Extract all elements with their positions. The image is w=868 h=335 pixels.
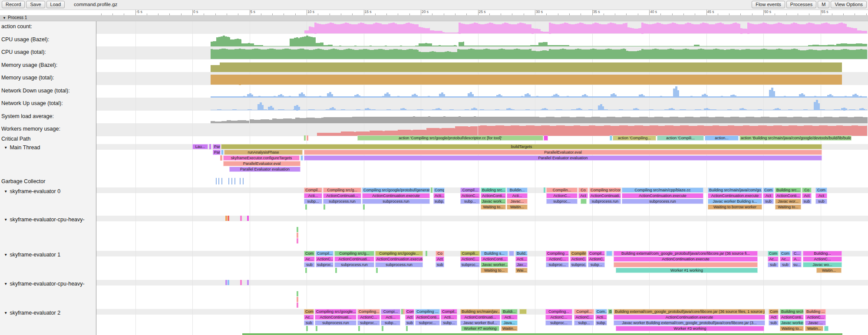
evaluator-bar[interactable]: Jav... bbox=[515, 262, 528, 267]
evaluator-bar[interactable]: subp... bbox=[460, 199, 480, 204]
main-thread-bar[interactable]: Parallel Evaluator evaluation bbox=[304, 155, 822, 161]
evaluator-bar[interactable]: subp... bbox=[574, 320, 594, 325]
critical-path-bar[interactable]: action 'Compili... bbox=[657, 135, 704, 141]
evaluator-bar[interactable]: Compiling src/google... bbox=[315, 309, 356, 314]
main-thread-bar[interactable]: ParallelEvaluator.eval bbox=[304, 150, 822, 155]
evaluator-bar[interactable] bbox=[225, 216, 227, 221]
evaluator-bar[interactable]: subproc... bbox=[316, 262, 333, 267]
evaluator-bar[interactable]: Compil... bbox=[574, 309, 594, 314]
evaluator-bar[interactable]: Comp... bbox=[433, 187, 445, 193]
evaluator-bar[interactable]: ActionC... bbox=[546, 193, 578, 198]
evaluator-bar[interactable]: ActionConti... bbox=[775, 193, 801, 198]
evaluator-bar[interactable]: Co bbox=[436, 251, 444, 256]
evaluator-bar[interactable]: Building src... bbox=[481, 187, 506, 193]
evaluator-bar[interactable]: ActionContinuation.execute bbox=[614, 256, 758, 262]
evaluator-bar[interactable]: Compili... bbox=[460, 251, 480, 256]
evaluator-bar[interactable]: sub bbox=[763, 199, 774, 204]
evaluator-bar[interactable]: A... bbox=[792, 256, 802, 262]
main-thread-bar[interactable]: Lau... bbox=[192, 144, 208, 149]
evaluator-bar[interactable] bbox=[297, 233, 298, 238]
evaluator-bar[interactable]: Waiting to borrow worker bbox=[708, 204, 762, 210]
evaluator-bar[interactable]: Compiling src/main/cpp/blaze.cc bbox=[622, 187, 703, 193]
trace-chart[interactable]: action 'Compiling src/google/protobuf/de… bbox=[96, 15, 868, 335]
main-thread-bar[interactable] bbox=[209, 144, 211, 149]
critical-path-bar[interactable]: action... bbox=[705, 135, 739, 141]
critical-path-bar[interactable]: action 'Building src/main/java/com/googl… bbox=[739, 135, 851, 141]
evaluator-bar[interactable]: sub bbox=[780, 262, 791, 267]
main-thread-bar[interactable]: Par bbox=[213, 150, 221, 155]
evaluator-bar[interactable]: Waiting to... bbox=[780, 326, 804, 331]
evaluator-bar[interactable]: Worker #7 working bbox=[461, 326, 499, 331]
evaluator-bar[interactable]: subproc... bbox=[415, 320, 440, 325]
main-thread-bar[interactable] bbox=[300, 155, 303, 161]
evaluator-bar[interactable]: Building external/com_google_protobuf/ja… bbox=[614, 309, 765, 314]
evaluator-bar[interactable] bbox=[358, 326, 360, 331]
gc-tick[interactable] bbox=[218, 178, 219, 184]
evaluator-bar[interactable]: Compiling... bbox=[545, 309, 572, 314]
evaluator-bar[interactable]: Act bbox=[436, 256, 444, 262]
evaluator-bar[interactable]: Acti... bbox=[381, 315, 400, 320]
evaluator-bar[interactable]: Com bbox=[769, 309, 779, 314]
evaluator-bar[interactable]: Javac worker Buil... bbox=[460, 320, 500, 325]
evaluator-bar[interactable]: Ac... bbox=[304, 315, 314, 320]
evaluator-bar[interactable]: Compiling src/core/... bbox=[589, 187, 621, 193]
evaluator-bar[interactable]: Building... bbox=[803, 251, 842, 256]
collapse-arrow-icon[interactable]: ▼ bbox=[4, 282, 7, 286]
evaluator-bar[interactable]: Compil... bbox=[316, 251, 333, 256]
evaluator-bar[interactable]: ActionConti... bbox=[481, 256, 508, 262]
evaluator-bar[interactable]: Ac... bbox=[304, 256, 315, 262]
evaluator-bar[interactable]: sub bbox=[815, 199, 827, 204]
evaluator-bar[interactable]: ActionContinuation.execute bbox=[622, 193, 703, 198]
evaluator-bar[interactable] bbox=[323, 204, 325, 210]
evaluator-bar[interactable]: ActionC... bbox=[545, 315, 572, 320]
evaluator-bar[interactable]: Act bbox=[578, 193, 588, 198]
evaluator-bar[interactable]: subp... bbox=[304, 199, 322, 204]
evaluator-bar[interactable] bbox=[247, 280, 249, 285]
evaluator-bar[interactable]: Co bbox=[578, 187, 588, 193]
main-thread-bar[interactable]: runAnalysisPhase bbox=[224, 150, 303, 155]
evaluator-bar[interactable] bbox=[335, 268, 337, 273]
evaluator-bar[interactable]: Act bbox=[802, 193, 812, 198]
evaluator-bar[interactable]: Javac... bbox=[507, 199, 528, 204]
evaluator-bar[interactable] bbox=[228, 216, 229, 221]
toolbar-record-button[interactable]: Record bbox=[2, 1, 25, 8]
toolbar-flow-events-button[interactable]: Flow events bbox=[752, 1, 785, 8]
collapse-arrow-icon[interactable]: ▼ bbox=[4, 145, 7, 150]
track-label-main-thread[interactable]: ▼Main Thread bbox=[1, 145, 40, 151]
critical-path-bar[interactable] bbox=[544, 135, 548, 141]
toolbar-view-options-button[interactable]: View Options bbox=[831, 1, 867, 8]
evaluator-bar[interactable]: ActionConti... bbox=[481, 193, 506, 198]
gc-tick[interactable] bbox=[216, 178, 217, 184]
critical-path-bar[interactable] bbox=[304, 135, 306, 141]
main-thread-bar[interactable] bbox=[221, 150, 224, 155]
evaluator-bar[interactable]: Act bbox=[815, 193, 827, 198]
evaluator-bar[interactable]: subprocess.run bbox=[622, 199, 703, 204]
evaluator-bar[interactable]: Compilin... bbox=[570, 251, 587, 256]
track-label-evaluator-2[interactable]: ▼skyframe-evaluator 1 bbox=[1, 252, 60, 258]
evaluator-bar[interactable] bbox=[240, 216, 242, 221]
evaluator-bar[interactable]: Java... bbox=[501, 320, 518, 325]
evaluator-bar[interactable]: subp... bbox=[381, 320, 400, 325]
evaluator-bar[interactable]: ActionC... bbox=[803, 256, 842, 262]
evaluator-bar[interactable]: Com bbox=[763, 187, 774, 193]
evaluator-bar[interactable] bbox=[228, 280, 229, 285]
evaluator-bar[interactable]: ActionContinuation.execute bbox=[362, 193, 430, 198]
evaluator-bar[interactable] bbox=[306, 326, 308, 331]
evaluator-bar[interactable] bbox=[297, 238, 298, 243]
evaluator-bar[interactable]: Buil... bbox=[608, 309, 612, 314]
evaluator-bar[interactable]: ActionContinuati... bbox=[334, 256, 374, 262]
evaluator-bar[interactable]: Javac worker... bbox=[780, 320, 804, 325]
evaluator-bar[interactable]: Compil... bbox=[304, 187, 322, 193]
evaluator-bar[interactable] bbox=[225, 280, 227, 285]
collapse-arrow-icon[interactable]: ▼ bbox=[4, 253, 7, 257]
evaluator-bar[interactable]: Javac wo... bbox=[803, 262, 842, 267]
collapse-arrow-icon[interactable]: ▼ bbox=[4, 311, 7, 315]
evaluator-bar[interactable]: subprocess.run bbox=[375, 262, 423, 267]
evaluator-bar[interactable]: subproc... bbox=[545, 320, 572, 325]
evaluator-bar[interactable]: Com bbox=[304, 309, 314, 314]
evaluator-bar[interactable] bbox=[519, 309, 527, 314]
critical-path-bar[interactable] bbox=[610, 135, 612, 141]
evaluator-bar[interactable]: Compiling ... bbox=[415, 309, 440, 314]
gc-tick[interactable] bbox=[228, 178, 229, 184]
evaluator-bar[interactable]: sub bbox=[405, 320, 414, 325]
